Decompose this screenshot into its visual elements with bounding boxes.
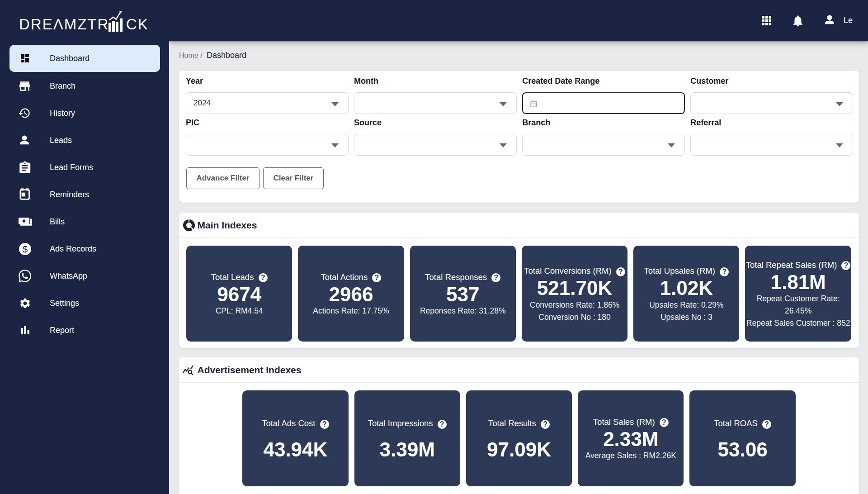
- svg-text:$: $: [22, 244, 27, 254]
